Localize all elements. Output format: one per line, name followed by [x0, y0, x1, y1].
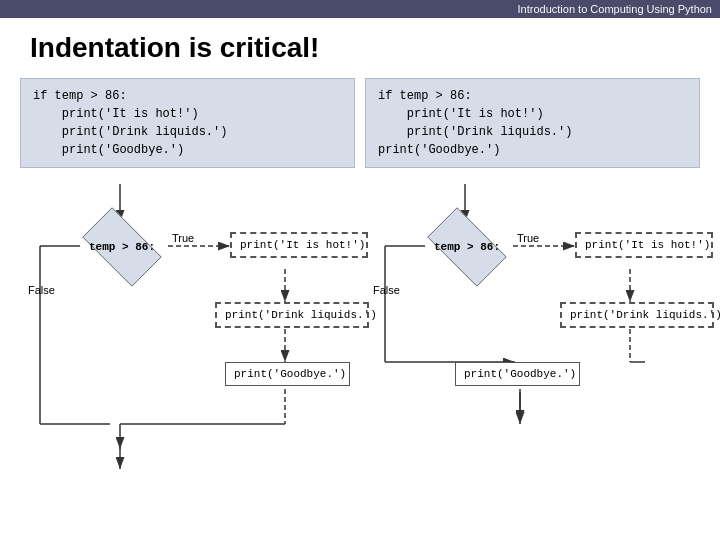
left-box2: print('Drink liquids.'): [215, 302, 369, 328]
right-flowchart: temp > 86: True False print('It is hot!'…: [365, 184, 700, 514]
right-box1: print('It is hot!'): [575, 232, 713, 258]
left-panel: if temp > 86: print('It is hot!') print(…: [20, 78, 355, 514]
right-panel: if temp > 86: print('It is hot!') print(…: [365, 78, 700, 514]
right-code-box: if temp > 86: print('It is hot!') print(…: [365, 78, 700, 168]
left-bottom-arrow: [110, 444, 130, 474]
header-bar: Introduction to Computing Using Python: [0, 0, 720, 18]
left-flowchart: temp > 86: True False print('It is hot!'…: [20, 184, 355, 514]
left-diamond-container: temp > 86:: [72, 220, 172, 274]
right-true-label: True: [517, 232, 539, 244]
left-box3: print('Goodbye.'): [225, 362, 350, 386]
right-box3: print('Goodbye.'): [455, 362, 580, 386]
header-text: Introduction to Computing Using Python: [518, 3, 712, 15]
left-box1: print('It is hot!'): [230, 232, 368, 258]
left-false-label: False: [28, 284, 55, 296]
page-title: Indentation is critical!: [30, 32, 720, 64]
right-diamond-container: temp > 86:: [417, 220, 517, 274]
right-diamond-label: temp > 86:: [434, 241, 500, 253]
right-box2: print('Drink liquids.'): [560, 302, 714, 328]
right-false-label: False: [373, 284, 400, 296]
left-true-label: True: [172, 232, 194, 244]
main-content: if temp > 86: print('It is hot!') print(…: [0, 78, 720, 514]
left-diamond-label: temp > 86:: [89, 241, 155, 253]
right-bottom-arrow: [510, 392, 530, 427]
left-code-box: if temp > 86: print('It is hot!') print(…: [20, 78, 355, 168]
